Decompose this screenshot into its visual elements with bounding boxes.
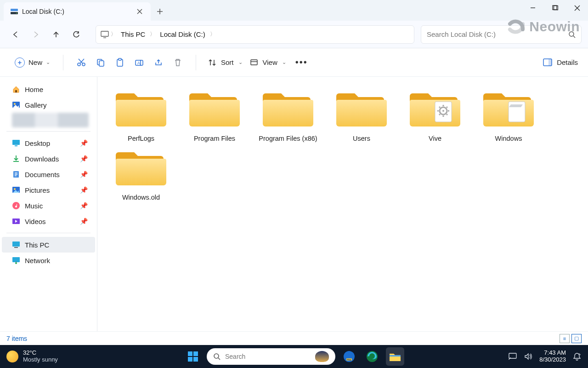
edge-icon (366, 350, 379, 363)
delete-button[interactable] (168, 53, 187, 72)
tray-volume-icon[interactable] (524, 352, 533, 361)
paste-button[interactable] (110, 53, 130, 72)
pin-icon: 📌 (80, 155, 88, 162)
minimize-button[interactable] (522, 0, 544, 16)
sidebar-item-pictures[interactable]: Pictures📌 (2, 182, 95, 198)
file-explorer-button[interactable] (386, 347, 404, 366)
weather-desc: Mostly sunny (23, 356, 58, 363)
back-button[interactable] (6, 25, 25, 44)
edge-preview-icon: PRE (343, 350, 356, 363)
tab-active[interactable]: Local Disk (C:) (4, 2, 151, 21)
thispc-icon (12, 241, 20, 249)
folder-item[interactable]: Program Files (185, 88, 244, 143)
tab-close-button[interactable] (133, 5, 146, 18)
taskbar-search[interactable] (207, 348, 335, 365)
search-input[interactable] (427, 30, 568, 38)
cut-button[interactable] (72, 53, 91, 72)
sidebar-item-this-pc[interactable]: This PC (2, 237, 95, 253)
folder-item[interactable]: Vive (405, 88, 465, 143)
chevron-right-icon: 〉 (148, 30, 157, 38)
folder-label: Program Files (194, 134, 235, 143)
refresh-icon (72, 30, 80, 39)
svg-point-34 (442, 110, 444, 112)
sidebar-item-label: Desktop (25, 139, 50, 147)
svg-rect-38 (188, 357, 192, 362)
folder-item[interactable]: Windows (479, 88, 538, 143)
svg-rect-18 (15, 90, 17, 92)
tray-notifications-icon[interactable] (572, 352, 582, 361)
sidebar-item-music[interactable]: Music📌 (2, 198, 95, 213)
folder-view[interactable]: PerfLogs Program Files Program Files (x8… (97, 77, 588, 331)
svg-rect-12 (119, 58, 121, 60)
sidebar-item-downloads[interactable]: Downloads📌 (2, 151, 95, 167)
view-label: View (263, 58, 277, 66)
folder-label: Windows (495, 134, 522, 143)
new-button[interactable]: + New ⌄ (10, 55, 55, 70)
breadcrumb-root[interactable]: This PC (118, 30, 148, 38)
rename-button[interactable]: A (130, 53, 149, 72)
folder-item[interactable]: PerfLogs (111, 88, 171, 143)
sort-button[interactable]: Sort ⌄ (204, 56, 246, 69)
svg-rect-28 (12, 242, 20, 247)
window-close-button[interactable] (566, 0, 588, 16)
details-pane-button[interactable]: Details (543, 58, 578, 67)
svg-rect-46 (509, 353, 516, 358)
forward-button[interactable] (27, 25, 45, 44)
weather-widget[interactable]: 32°C Mostly sunny (6, 350, 58, 363)
navigation-sidebar: HomeGallery Desktop📌Downloads📌Documents📌… (0, 77, 97, 331)
chevron-down-icon: ⌄ (282, 59, 286, 65)
svg-rect-45 (390, 355, 401, 356)
view-icons-button[interactable]: ▢ (571, 334, 582, 343)
svg-rect-0 (11, 9, 18, 11)
arrow-up-icon (52, 30, 60, 39)
tray-cast-icon[interactable] (508, 352, 517, 361)
search-icon (213, 353, 220, 360)
address-bar[interactable]: 〉 This PC 〉 Local Disk (C:) 〉 (96, 25, 414, 44)
start-button[interactable] (184, 347, 202, 366)
gallery-icon (12, 101, 20, 109)
folder-item[interactable]: Windows.old (111, 147, 171, 202)
arrow-right-icon (32, 30, 40, 39)
maximize-button[interactable] (544, 0, 566, 16)
view-button[interactable]: View ⌄ (246, 56, 290, 69)
sidebar-item-home[interactable]: Home (2, 81, 95, 97)
view-list-button[interactable]: ≡ (560, 334, 570, 343)
chevron-down-icon: ⌄ (46, 59, 50, 65)
svg-rect-3 (553, 6, 557, 10)
svg-point-25 (14, 188, 16, 190)
details-pane-icon (543, 58, 552, 67)
share-icon (154, 58, 163, 67)
pin-icon: 📌 (80, 139, 88, 147)
folder-label: PerfLogs (128, 134, 154, 143)
sidebar-item-network[interactable]: Network (2, 253, 95, 268)
folder-item[interactable]: Program Files (x86) (258, 88, 318, 143)
details-label: Details (557, 58, 578, 66)
svg-point-2 (16, 13, 17, 14)
copy-button[interactable] (91, 53, 110, 72)
folder-label: Program Files (x86) (259, 134, 317, 143)
sidebar-item-desktop[interactable]: Desktop📌 (2, 135, 95, 151)
up-button[interactable] (47, 25, 65, 44)
folder-item[interactable]: Users (332, 88, 391, 143)
separator (63, 55, 63, 70)
svg-rect-4 (554, 6, 558, 10)
arrow-left-icon (11, 30, 20, 39)
edge-button[interactable] (363, 347, 381, 366)
edge-preview-button[interactable]: PRE (340, 347, 358, 366)
tray-clock[interactable]: 7:43 AM 8/30/2023 (539, 350, 566, 363)
documents-icon (12, 170, 20, 178)
search-box[interactable] (421, 25, 582, 44)
share-button[interactable] (149, 53, 168, 72)
folder-label: Users (353, 134, 370, 143)
sidebar-item-videos[interactable]: Videos📌 (2, 213, 95, 229)
more-options-button[interactable]: ••• (290, 57, 313, 68)
svg-rect-10 (99, 61, 104, 66)
separator (196, 55, 196, 70)
breadcrumb-current[interactable]: Local Disk (C:) (157, 30, 208, 38)
chevron-right-icon: 〉 (109, 30, 118, 38)
sidebar-item-documents[interactable]: Documents📌 (2, 167, 95, 182)
refresh-button[interactable] (67, 25, 85, 44)
taskbar-search-input[interactable] (225, 353, 311, 360)
sidebar-item-gallery[interactable]: Gallery (2, 97, 95, 113)
new-tab-button[interactable] (151, 2, 169, 21)
